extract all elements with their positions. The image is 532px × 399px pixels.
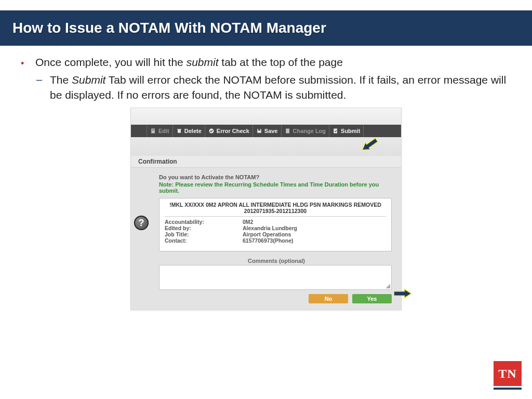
bullet-text: Once complete, you will hit the submit t…	[35, 55, 511, 102]
svg-rect-8	[286, 129, 289, 134]
job-title-label: Job Title:	[165, 231, 243, 237]
edit-button[interactable]: Edit	[147, 125, 172, 137]
delete-button[interactable]: Delete	[172, 125, 205, 137]
job-title-value: Airport Operations	[243, 231, 291, 237]
svg-rect-1	[152, 129, 155, 130]
bullet-em: submit	[187, 56, 219, 68]
toolbar: Edit Delete Error Check Save Change Log …	[131, 125, 401, 137]
notam-dates: 2012071935-2012112300	[165, 208, 386, 217]
svg-marker-10	[394, 289, 411, 298]
change-log-label: Change Log	[293, 128, 326, 134]
toolbar-gap	[131, 137, 401, 156]
svg-rect-3	[178, 130, 181, 133]
submit-button[interactable]: Submit	[329, 125, 364, 137]
resize-handle-icon	[386, 284, 390, 288]
check-icon	[208, 128, 215, 134]
sub-pre: The	[50, 74, 72, 86]
comments-textarea[interactable]	[159, 265, 392, 290]
accountability-value: 0M2	[243, 219, 253, 225]
error-check-label: Error Check	[217, 128, 249, 134]
confirmation-heading: Confirmation	[131, 156, 401, 168]
svg-rect-2	[152, 130, 155, 131]
yes-button[interactable]: Yes	[352, 294, 392, 303]
tn-logo-text: TN	[494, 361, 522, 386]
svg-rect-0	[151, 129, 155, 134]
trash-icon	[176, 128, 182, 134]
edited-by-label: Edited by:	[165, 225, 243, 231]
activate-question: Do you want to Activate the NOTAM?	[159, 174, 394, 180]
dialog-button-row: No Yes	[138, 294, 392, 303]
sub-bullet-text: The Submit Tab will error check the NOTA…	[50, 73, 511, 102]
no-button[interactable]: No	[309, 294, 348, 303]
slide-title: How to Issue a NOTAM With NOTAM Manager	[0, 10, 532, 46]
svg-rect-7	[258, 129, 261, 130]
sub-post: Tab will error check the NOTAM before su…	[50, 74, 506, 100]
help-icon[interactable]: ?	[134, 216, 149, 230]
accountability-label: Accountability:	[165, 219, 243, 225]
notam-details-panel: !MKL XX/XXX 0M2 APRON ALL INTERMEDIATE H…	[159, 198, 392, 251]
change-log-button[interactable]: Change Log	[281, 125, 329, 137]
save-button[interactable]: Save	[252, 125, 281, 137]
svg-rect-9	[334, 129, 337, 134]
screenshot-header-pad	[131, 108, 401, 125]
sub-em: Submit	[72, 74, 105, 86]
bullet-marker: •	[21, 55, 35, 102]
edit-label: Edit	[158, 128, 169, 134]
tn-logo-bar	[494, 388, 522, 390]
save-label: Save	[264, 128, 278, 134]
edited-by-value: Alexandria Lundberg	[243, 225, 297, 231]
tn-logo: TN	[494, 361, 522, 390]
edit-icon	[150, 128, 156, 134]
sub-bullet-marker: –	[35, 73, 50, 102]
notam-text: !MKL XX/XXX 0M2 APRON ALL INTERMEDIATE H…	[165, 202, 386, 208]
contact-label: Contact:	[165, 237, 243, 244]
bullet-post: tab at the top of the page	[219, 56, 343, 68]
log-icon	[285, 128, 291, 134]
comments-label: Comments (optional)	[159, 258, 394, 264]
arrow-annotation-yes	[394, 288, 411, 299]
review-note: Note: Please review the Recurring Schedu…	[159, 181, 394, 194]
confirmation-dialog: ? Do you want to Activate the NOTAM? Not…	[131, 168, 401, 310]
submit-label: Submit	[341, 128, 360, 134]
svg-rect-4	[177, 129, 181, 130]
delete-label: Delete	[184, 128, 202, 134]
submit-icon	[332, 128, 339, 134]
error-check-button[interactable]: Error Check	[205, 125, 252, 137]
slide-body: • Once complete, you will hit the submit…	[0, 46, 532, 102]
embedded-screenshot: Edit Delete Error Check Save Change Log …	[130, 108, 402, 310]
contact-value: 6157706973(Phone)	[243, 237, 293, 244]
save-icon	[256, 128, 262, 134]
bullet-pre: Once complete, you will hit the	[35, 56, 187, 68]
